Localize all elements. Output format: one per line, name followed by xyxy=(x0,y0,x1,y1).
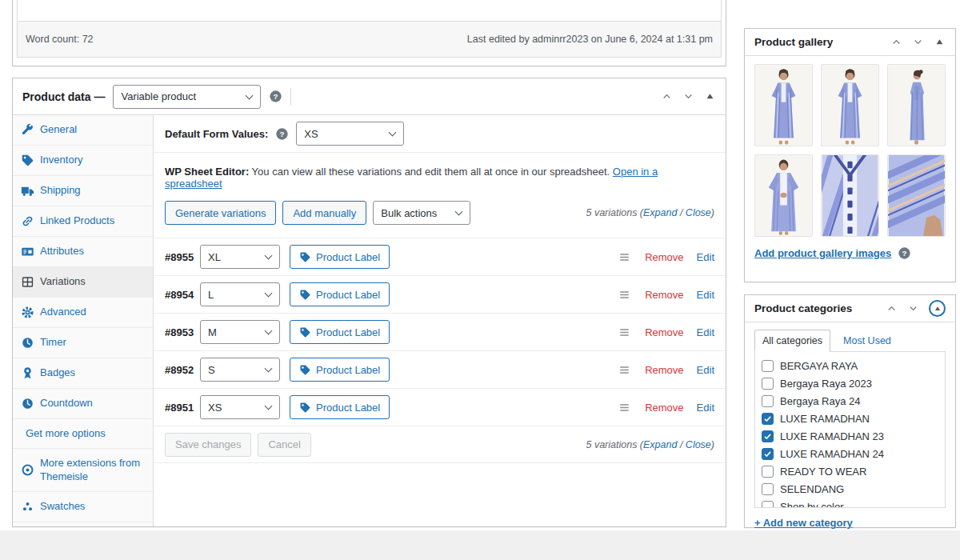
variation-size-select[interactable]: XL xyxy=(200,245,280,269)
category-checklist[interactable]: BERGAYA RAYABergaya Raya 2023Bergaya Ray… xyxy=(754,351,946,508)
category-item-shop-by-color[interactable]: Shop by color xyxy=(762,498,945,508)
help-icon[interactable]: ? xyxy=(898,246,911,260)
product-label-button[interactable]: Product Label xyxy=(290,358,390,382)
product-type-select[interactable]: Variable product xyxy=(113,85,261,109)
help-icon[interactable]: ? xyxy=(275,127,289,141)
checked-checkbox[interactable] xyxy=(762,413,774,425)
gallery-image-model-hands-clasped-kaftan[interactable] xyxy=(754,154,813,237)
unchecked-checkbox[interactable] xyxy=(762,466,774,478)
variation-size-select[interactable]: XS xyxy=(200,395,280,419)
product-label-button-text: Product Label xyxy=(316,251,380,263)
sidebar-item-label: Countdown xyxy=(40,397,93,410)
unchecked-checkbox[interactable] xyxy=(762,501,774,509)
sidebar-item-get-more-options[interactable]: Get more options xyxy=(13,419,153,449)
chevron-down-icon xyxy=(265,327,273,335)
sidebar-item-swatches[interactable]: Swatches xyxy=(13,492,153,522)
sidebar-item-general[interactable]: General xyxy=(13,115,153,146)
sidebar-item-more-extensions-from-themeisle[interactable]: More extensions from Themeisle xyxy=(13,449,153,492)
unchecked-checkbox[interactable] xyxy=(762,378,774,390)
gallery-image-closeup-neckline-pattern[interactable] xyxy=(821,154,879,237)
variation-size-value: L xyxy=(208,289,214,301)
category-item-luxe-ramadhan-23[interactable]: LUXE RAMADHAN 23 xyxy=(762,427,945,445)
category-item-ready-to-wear[interactable]: READY TO WEAR xyxy=(762,462,945,480)
unchecked-checkbox[interactable] xyxy=(762,483,774,495)
edit-variation-link[interactable]: Edit xyxy=(697,364,714,376)
expand-variations-link[interactable]: Expand xyxy=(643,439,677,450)
product-categories-header[interactable]: Product categories xyxy=(745,295,955,322)
move-up-icon[interactable] xyxy=(886,302,898,314)
move-down-icon[interactable] xyxy=(907,302,919,314)
generate-variations-button[interactable]: Generate variations xyxy=(165,201,276,225)
variation-size-select[interactable]: L xyxy=(200,282,280,306)
sidebar-item-advanced[interactable]: Advanced xyxy=(13,298,153,328)
move-down-icon[interactable] xyxy=(682,90,694,102)
collapse-toggle-focus-ring[interactable] xyxy=(929,300,946,317)
menu-icon[interactable] xyxy=(617,400,632,415)
remove-variation-link[interactable]: Remove xyxy=(645,364,683,376)
sidebar-item-attributes[interactable]: Attributes xyxy=(13,237,153,267)
category-item-bergaya-raya-24[interactable]: Bergaya Raya 24 xyxy=(762,392,945,410)
gallery-image-model-front-kaftan[interactable] xyxy=(754,64,813,146)
bulk-actions-select[interactable]: Bulk actions xyxy=(373,201,470,225)
menu-icon[interactable] xyxy=(617,250,632,265)
collapse-toggle-icon[interactable] xyxy=(704,90,716,102)
move-down-icon[interactable] xyxy=(912,36,924,48)
tab-most-used[interactable]: Most Used xyxy=(842,330,893,351)
menu-icon[interactable] xyxy=(617,362,632,378)
category-item-luxe-ramadhan-24[interactable]: LUXE RAMADHAN 24 xyxy=(762,445,945,462)
help-icon[interactable]: ? xyxy=(269,90,282,103)
edit-variation-link[interactable]: Edit xyxy=(697,402,714,414)
checked-checkbox[interactable] xyxy=(762,448,774,460)
sidebar-item-countdown[interactable]: Countdown xyxy=(13,389,153,419)
close-variations-link[interactable]: Close xyxy=(686,207,711,218)
remove-variation-link[interactable]: Remove xyxy=(645,251,683,263)
truck-icon xyxy=(21,184,34,198)
add-manually-button[interactable]: Add manually xyxy=(282,201,366,225)
product-gallery-header[interactable]: Product gallery xyxy=(745,29,955,56)
expand-variations-link[interactable]: Expand xyxy=(643,207,677,218)
variation-size-select[interactable]: S xyxy=(200,358,280,382)
sidebar-item-badges[interactable]: Badges xyxy=(13,358,153,389)
cancel-button[interactable]: Cancel xyxy=(258,433,310,457)
product-label-button[interactable]: Product Label xyxy=(290,282,390,306)
tab-all-categories[interactable]: All categories xyxy=(754,330,830,352)
gallery-image-closeup-sleeve-pattern[interactable] xyxy=(887,154,946,237)
checked-checkbox[interactable] xyxy=(762,430,774,442)
category-item-selendang[interactable]: SELENDANG xyxy=(762,480,945,498)
collapse-toggle-icon[interactable] xyxy=(934,36,946,48)
unchecked-checkbox[interactable] xyxy=(762,395,774,407)
svg-text:?: ? xyxy=(280,130,285,138)
add-new-category-link[interactable]: + Add new category xyxy=(754,517,853,529)
category-item-luxe-ramadhan[interactable]: LUXE RAMADHAN xyxy=(762,410,945,427)
sidebar-item-linked-products[interactable]: Linked Products xyxy=(13,206,153,237)
sidebar-item-variations[interactable]: Variations xyxy=(13,267,153,298)
default-form-value-select[interactable]: XS xyxy=(296,122,404,146)
gear-icon xyxy=(21,306,34,319)
variation-size-select[interactable]: M xyxy=(200,320,280,344)
remove-variation-link[interactable]: Remove xyxy=(645,289,683,301)
gallery-image-model-side-kaftan[interactable] xyxy=(887,64,946,146)
menu-icon[interactable] xyxy=(617,325,632,340)
move-up-icon[interactable] xyxy=(661,90,673,102)
sidebar-item-shipping[interactable]: Shipping xyxy=(13,176,153,206)
gallery-image-model-front-kaftan-2[interactable] xyxy=(821,64,879,146)
close-variations-link[interactable]: Close xyxy=(686,439,711,450)
product-label-button[interactable]: Product Label xyxy=(290,320,390,344)
product-label-button[interactable]: Product Label xyxy=(290,395,390,419)
category-item-bergaya-raya[interactable]: BERGAYA RAYA xyxy=(762,357,945,374)
edit-variation-link[interactable]: Edit xyxy=(697,289,714,301)
product-label-button[interactable]: Product Label xyxy=(290,245,390,269)
sidebar-item-inventory[interactable]: Inventory xyxy=(13,146,153,176)
unchecked-checkbox[interactable] xyxy=(762,360,774,372)
edit-variation-link[interactable]: Edit xyxy=(697,251,714,263)
remove-variation-link[interactable]: Remove xyxy=(645,326,683,338)
sidebar-item-label: Advanced xyxy=(40,306,86,318)
menu-icon[interactable] xyxy=(617,287,632,302)
add-gallery-images-link[interactable]: Add product gallery images xyxy=(754,247,891,259)
sidebar-item-timer[interactable]: Timer xyxy=(13,328,153,358)
save-changes-button[interactable]: Save changes xyxy=(165,433,251,457)
remove-variation-link[interactable]: Remove xyxy=(645,402,683,414)
move-up-icon[interactable] xyxy=(890,36,902,48)
edit-variation-link[interactable]: Edit xyxy=(697,326,714,338)
category-item-bergaya-raya-2023[interactable]: Bergaya Raya 2023 xyxy=(762,374,945,392)
